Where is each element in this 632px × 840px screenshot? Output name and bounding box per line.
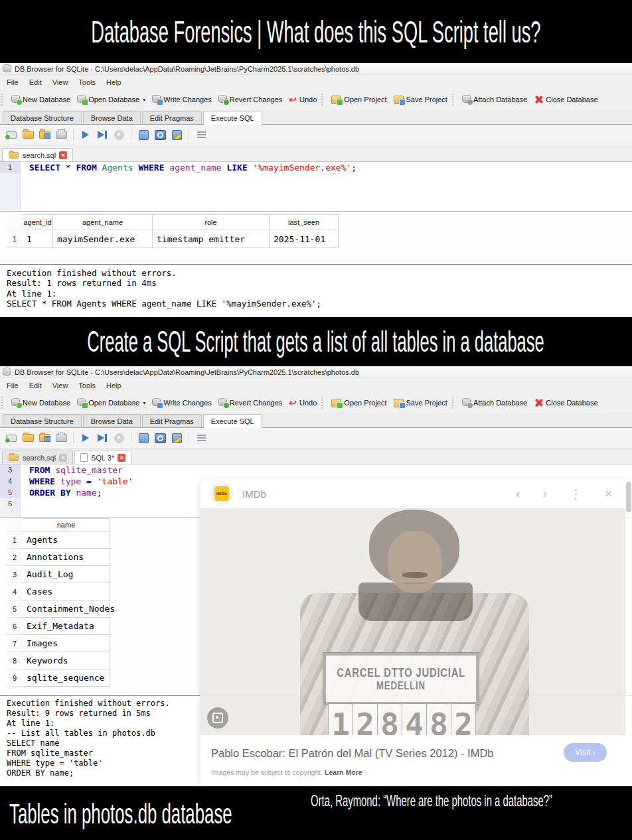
new-sql-tab-icon[interactable] xyxy=(5,432,17,444)
title-bar[interactable]: DB Browser for SQLite - C:\Users\delac\A… xyxy=(0,63,632,75)
stop-execution-icon[interactable]: × xyxy=(113,432,125,444)
write-changes-button[interactable]: Write Changes xyxy=(149,397,215,409)
table-row[interactable]: 6 Exif_Metadata xyxy=(7,618,110,635)
new-database-button[interactable]: New Database xyxy=(8,94,74,105)
new-database-button[interactable]: New Database xyxy=(8,397,74,409)
sql-line[interactable]: 1 SELECT * FROM Agents WHERE agent_name … xyxy=(0,162,632,173)
save-project-button[interactable]: Save Project xyxy=(390,94,451,105)
column-header[interactable]: name xyxy=(23,518,110,531)
column-header[interactable]: last_seen xyxy=(270,214,339,230)
menu-file[interactable]: File xyxy=(1,76,24,88)
table-row[interactable]: 2 Annotations xyxy=(7,549,110,566)
edit-icon[interactable] xyxy=(171,432,183,444)
source-label[interactable]: IMDb xyxy=(242,488,266,500)
tab-browse-data[interactable]: Browse Data xyxy=(83,111,141,124)
tab-execute-sql[interactable]: Execute SQL xyxy=(203,111,262,125)
tab-browse-data[interactable]: Browse Data xyxy=(83,414,141,427)
save-project-button[interactable]: Save Project xyxy=(390,397,451,409)
attach-database-button[interactable]: Attach Database xyxy=(459,397,530,409)
visit-button[interactable]: Visit › xyxy=(564,743,607,762)
table-row[interactable]: 7 Images xyxy=(7,635,110,652)
undo-button[interactable]: ↩Undo xyxy=(285,94,320,105)
tab-execute-sql[interactable]: Execute SQL xyxy=(203,414,262,428)
save-sql-file-icon[interactable] xyxy=(39,432,50,444)
open-project-button[interactable]: Open Project xyxy=(328,94,390,105)
open-database-button[interactable]: Open Database▾ xyxy=(74,397,149,409)
column-header[interactable]: role xyxy=(153,214,270,230)
write-changes-button[interactable]: Write Changes xyxy=(149,94,215,105)
cell-agent-name[interactable]: mayimSender.exe xyxy=(53,230,153,248)
result-title[interactable]: Pablo Escobar: El Patrón del Mal (TV Ser… xyxy=(211,747,494,760)
word-wrap-icon[interactable] xyxy=(195,129,207,141)
undo-button[interactable]: ↩Undo xyxy=(285,397,320,409)
attach-database-button[interactable]: Attach Database xyxy=(459,94,530,105)
edit-icon[interactable] xyxy=(171,129,183,141)
stop-execution-icon[interactable]: × xyxy=(113,129,125,141)
more-options-icon[interactable]: ⋮ xyxy=(570,486,582,502)
cell-name[interactable]: Keywords xyxy=(23,652,110,669)
source-avatar[interactable]: IMDb xyxy=(210,482,234,506)
open-database-button[interactable]: Open Database▾ xyxy=(74,94,149,105)
find-icon[interactable] xyxy=(154,129,166,141)
cell-name[interactable]: Annotations xyxy=(23,549,110,566)
menu-help[interactable]: Help xyxy=(101,76,127,88)
save-sql-file-icon[interactable] xyxy=(39,129,50,141)
sql-line[interactable]: 3 FROM sqlite_master xyxy=(0,464,632,476)
next-image-icon[interactable]: › xyxy=(543,486,547,501)
editor-tab-sql-3[interactable]: SQL 3* × xyxy=(74,450,131,464)
export-results-icon[interactable] xyxy=(137,129,149,141)
table-row[interactable]: 5 Containment_Nodes xyxy=(7,600,110,618)
menu-tools[interactable]: Tools xyxy=(73,380,101,391)
learn-more-link[interactable]: Learn More xyxy=(325,768,362,776)
table-row[interactable]: 1 Agents xyxy=(7,531,110,549)
menu-edit[interactable]: Edit xyxy=(24,76,47,88)
table-row[interactable]: 3 Audit_Log xyxy=(7,566,110,583)
menu-tools[interactable]: Tools xyxy=(73,76,101,88)
close-tab-icon[interactable]: × xyxy=(118,454,125,462)
cell-name[interactable]: Cases xyxy=(23,583,110,600)
cell-name[interactable]: Images xyxy=(23,635,110,652)
print-icon[interactable] xyxy=(55,432,67,444)
execute-sql-icon[interactable] xyxy=(80,432,92,444)
tab-edit-pragmas[interactable]: Edit Pragmas xyxy=(142,111,202,124)
editor-tab-search-sql[interactable]: search.sql × xyxy=(2,451,73,464)
cell-name[interactable]: Audit_Log xyxy=(23,566,110,583)
close-database-button[interactable]: Close Database xyxy=(530,397,601,409)
tab-edit-pragmas[interactable]: Edit Pragmas xyxy=(142,414,202,427)
column-header[interactable]: agent_name xyxy=(53,214,153,230)
menu-view[interactable]: View xyxy=(47,380,74,391)
close-tab-icon[interactable]: × xyxy=(59,454,67,462)
find-icon[interactable] xyxy=(154,432,166,444)
lens-search-button[interactable] xyxy=(207,707,228,729)
open-project-button[interactable]: Open Project xyxy=(328,397,390,409)
previous-image-icon[interactable]: ‹ xyxy=(516,486,520,501)
execute-current-line-icon[interactable] xyxy=(96,129,108,141)
open-sql-file-icon[interactable] xyxy=(22,432,34,444)
preview-image[interactable]: CARCEL DTTO JUDICIAL MEDELLIN 1 2 8 4 8 … xyxy=(200,508,625,735)
execute-current-line-icon[interactable] xyxy=(96,432,108,444)
table-row[interactable]: 1 1 mayimSender.exe timestamp emitter 20… xyxy=(7,230,339,248)
new-sql-tab-icon[interactable] xyxy=(5,129,17,141)
cell-role[interactable]: timestamp emitter xyxy=(153,230,270,248)
revert-changes-button[interactable]: Revert Changes xyxy=(215,397,286,409)
revert-changes-button[interactable]: Revert Changes xyxy=(215,94,286,105)
cell-name[interactable]: Agents xyxy=(23,531,110,549)
open-sql-file-icon[interactable] xyxy=(22,129,34,141)
table-row[interactable]: 9 sqlite_sequence xyxy=(7,669,110,687)
print-icon[interactable] xyxy=(55,129,67,141)
tab-database-structure[interactable]: Database Structure xyxy=(3,414,82,427)
menu-edit[interactable]: Edit xyxy=(24,380,47,391)
word-wrap-icon[interactable] xyxy=(195,432,207,444)
menu-view[interactable]: View xyxy=(47,76,74,88)
sql-editor[interactable]: 1 SELECT * FROM Agents WHERE agent_name … xyxy=(0,162,632,211)
menu-file[interactable]: File xyxy=(1,380,24,391)
table-row[interactable]: 8 Keywords xyxy=(7,652,110,669)
column-header[interactable]: agent_id xyxy=(23,214,53,230)
cell-name[interactable]: sqlite_sequence xyxy=(23,669,110,687)
tab-database-structure[interactable]: Database Structure xyxy=(3,111,82,124)
cell-name[interactable]: Containment_Nodes xyxy=(23,600,110,618)
execute-sql-icon[interactable] xyxy=(80,129,92,141)
editor-tab-search-sql[interactable]: search.sql × xyxy=(2,148,73,161)
export-results-icon[interactable] xyxy=(137,432,149,444)
cell-last-seen[interactable]: 2025-11-01 xyxy=(270,230,339,248)
